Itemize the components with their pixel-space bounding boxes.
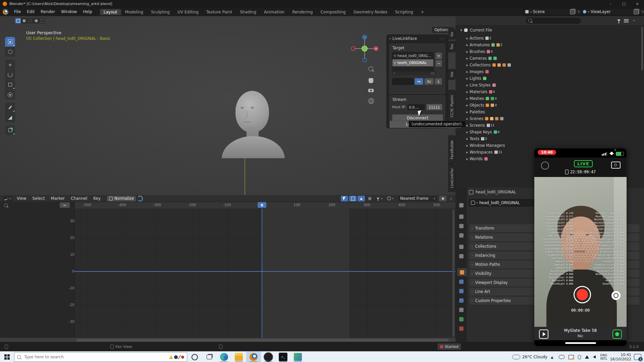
weather-label[interactable]: 26°C Cloudy	[522, 355, 547, 359]
sidebar-tab-cc-ic-pipelin[interactable]: CC/IC Pipelin	[448, 90, 455, 123]
expand-arrow-icon[interactable]: ▶	[465, 117, 470, 120]
modifiers-properties-tab[interactable]	[457, 278, 465, 286]
tray-expand-icon[interactable]: ▲	[551, 355, 553, 359]
menu-edit[interactable]: Edit	[24, 9, 38, 14]
expand-arrow-icon[interactable]: ▶	[465, 158, 470, 161]
language-indicator[interactable]: ENGINTL	[600, 354, 607, 360]
expand-arrow-icon[interactable]: ▶	[465, 50, 470, 53]
collapse-arrow-icon[interactable]: ▼	[459, 29, 464, 32]
object-properties-tab[interactable]	[457, 268, 467, 276]
object-data-properties-tab[interactable]	[457, 315, 465, 323]
expand-arrow-icon[interactable]: ▶	[465, 104, 470, 107]
minimize-button[interactable]: –	[604, 0, 617, 7]
face-tracking-icon[interactable]	[612, 329, 622, 339]
measure-tool[interactable]	[5, 113, 15, 122]
outliner-row-actions[interactable]: ▶Actions2	[455, 35, 644, 42]
workspace-tab-compositing[interactable]: Compositing	[317, 9, 349, 15]
multiword-filter-icon[interactable]	[366, 196, 373, 201]
menu-render[interactable]: Render	[38, 9, 58, 14]
normalize-toggle[interactable]: Normalize	[107, 196, 136, 201]
outliner-row-texts[interactable]: ▶Texts2	[455, 135, 644, 142]
graph-menu-marker[interactable]: Marker	[48, 196, 68, 201]
workspace-tab-uv-editing[interactable]: UV Editing	[174, 9, 202, 15]
render-properties-tab[interactable]	[457, 213, 465, 221]
expand-arrow-icon[interactable]: ▶	[465, 144, 470, 147]
graph-v-scrollbar[interactable]	[452, 209, 454, 337]
workspace-tab-animation[interactable]: Animation	[260, 9, 288, 15]
gizmo-x-neg-axis[interactable]	[351, 46, 356, 51]
outliner-display-options-icon[interactable]	[624, 19, 629, 22]
display-icon[interactable]	[569, 355, 574, 359]
ruler-zoom-handle[interactable]: ↔	[60, 202, 70, 208]
taskbar-app-blender[interactable]	[246, 352, 261, 362]
workspace-tab-geometry-nodes[interactable]: Geometry Nodes	[350, 9, 391, 15]
target-list-item[interactable]: ▽head_lod0_ORIG...	[392, 52, 433, 59]
start-button[interactable]	[0, 352, 14, 362]
panel-drag-handle[interactable]: ::::	[440, 37, 445, 40]
expand-arrow-icon[interactable]: ▶	[465, 111, 470, 114]
constraints-properties-tab[interactable]	[457, 306, 465, 314]
gizmo-x-axis[interactable]: ×	[374, 46, 378, 51]
editor-type-dropdown[interactable]: ▾	[3, 196, 12, 201]
tool-properties-tab[interactable]	[457, 201, 465, 209]
expand-arrow-icon[interactable]: ▶	[465, 84, 470, 87]
graph-menu-select[interactable]: Select	[30, 196, 48, 201]
sidebar-tab-ite[interactable]: Ite	[448, 29, 455, 40]
falloff-curve-icon[interactable]: ∧	[447, 196, 455, 201]
zoom-view-icon[interactable]	[369, 67, 373, 71]
view-layer-properties-tab[interactable]	[457, 231, 465, 239]
graph-menu-channel[interactable]: Channel	[68, 196, 90, 201]
unlink-scene-icon[interactable]: ×	[577, 9, 581, 14]
outliner-row-scenes[interactable]: ▶Scenes	[455, 115, 644, 122]
taskbar-app-terminal[interactable]: >_	[276, 352, 290, 362]
outliner-search-field[interactable]	[526, 18, 581, 24]
remove-viewlayer-icon[interactable]: ×	[641, 9, 644, 14]
volume-icon[interactable]	[593, 355, 596, 359]
show-hidden-icon[interactable]	[349, 196, 357, 201]
proportional-edit-icon[interactable]	[439, 196, 446, 201]
outliner-row-meshes[interactable]: ▶Meshes4	[455, 95, 644, 102]
select-box-tool[interactable]	[5, 37, 15, 47]
annotate-tool[interactable]	[5, 103, 15, 112]
outliner-row-shape-keys[interactable]: ▶Shape Keys4	[455, 129, 644, 135]
graph-h-scrollbar[interactable]	[76, 339, 449, 342]
channel-search-icon[interactable]	[4, 203, 8, 207]
outliner-row-lights[interactable]: ▶Lights	[455, 75, 644, 82]
swap-button[interactable]: ↔	[415, 78, 423, 85]
armature-bone-line[interactable]	[245, 158, 245, 195]
outliner-row-images[interactable]: ▶Images	[455, 68, 644, 75]
maximize-button[interactable]: □	[617, 0, 631, 7]
workspace-tab-layout[interactable]: Layout	[100, 9, 121, 15]
taskbar-app-file-explorer[interactable]	[231, 352, 246, 362]
expand-arrow-icon[interactable]: ▶	[465, 97, 470, 100]
viewlayer-selector[interactable]: ▾ ViewLayer ×	[581, 8, 644, 15]
target-list-footer[interactable]: ▾|||||	[392, 71, 436, 75]
expand-arrow-icon[interactable]: ▶	[465, 151, 470, 154]
port-field[interactable]: 11111	[426, 104, 442, 110]
outliner-row-window-managers[interactable]: ▶Window Managers	[455, 142, 644, 149]
expand-arrow-icon[interactable]: ▶	[465, 57, 470, 60]
new-scene-icon[interactable]	[570, 9, 575, 14]
clock-date[interactable]: 10:41 16/10/2022	[610, 353, 631, 361]
gizmo-z-neg-axis[interactable]	[362, 58, 367, 62]
ortho-grid-icon[interactable]	[368, 98, 374, 104]
taskbar-app-photos[interactable]	[290, 352, 305, 362]
playhead-frame-badge[interactable]: 0	[258, 202, 266, 208]
outliner-row-brushes[interactable]: ▶Brushes4	[455, 48, 644, 55]
menu-window[interactable]: Window	[58, 9, 80, 14]
outliner-root-row[interactable]: ▼ Current File	[455, 27, 644, 34]
world-properties-tab[interactable]	[457, 252, 465, 260]
outliner-row-palettes[interactable]: ▶Palettes	[455, 109, 644, 115]
camera-view-icon[interactable]	[368, 89, 374, 92]
playhead-line[interactable]	[262, 208, 262, 338]
sidebar-tab-facebuilde[interactable]: FaceBuilde	[448, 135, 455, 164]
camera-switch-icon[interactable]	[611, 162, 621, 169]
outliner-filter-icon[interactable]	[617, 19, 621, 22]
expand-arrow-icon[interactable]: ▶	[465, 64, 470, 67]
onedrive-icon[interactable]	[559, 355, 565, 359]
outliner-row-objects[interactable]: ▶Objects4	[455, 102, 644, 109]
search-input[interactable]	[23, 354, 166, 360]
workspace-tab-rendering[interactable]: Rendering	[288, 9, 316, 15]
material-properties-tab[interactable]	[457, 324, 465, 333]
graph-channel-region[interactable]	[0, 202, 75, 338]
